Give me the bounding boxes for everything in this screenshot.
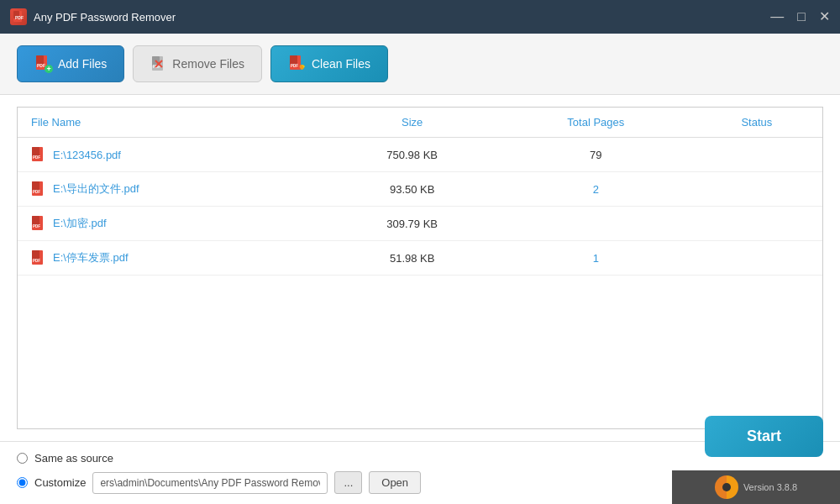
watermark-text: Version 3.8.8: [743, 482, 797, 492]
svg-text:PDF: PDF: [37, 63, 45, 68]
clean-files-label: Clean Files: [312, 57, 370, 71]
file-table: File Name Size Total Pages Status PDF E:…: [18, 108, 822, 276]
remove-files-label: Remove Files: [172, 57, 244, 71]
add-files-button[interactable]: PDF + Add Files: [17, 45, 124, 82]
col-size: Size: [323, 108, 500, 138]
customize-radio[interactable]: [17, 477, 28, 488]
path-input[interactable]: [92, 472, 328, 494]
add-files-icon: PDF +: [34, 55, 53, 73]
file-name-cell: PDF E:\停车发票.pdf: [18, 241, 323, 276]
file-name-text[interactable]: E:\123456.pdf: [53, 149, 121, 161]
file-table-container: File Name Size Total Pages Status PDF E:…: [17, 107, 823, 429]
svg-text:PDF: PDF: [33, 155, 40, 160]
customize-label[interactable]: Customize: [34, 476, 86, 489]
customize-row: Customize ... Open: [17, 471, 421, 494]
file-size-cell: 750.98 KB: [323, 138, 500, 172]
browse-button[interactable]: ...: [334, 471, 362, 494]
clean-files-button[interactable]: PDF Clean Files: [270, 45, 388, 82]
output-options: Same as source Customize ... Open: [17, 452, 421, 494]
pdf-file-icon: PDF: [31, 146, 46, 163]
pages-link[interactable]: 1: [593, 252, 599, 265]
title-bar-controls: — □ ✕: [770, 10, 830, 24]
file-pages-cell: 79: [501, 138, 691, 172]
file-name-cell: PDF E:\导出的文件.pdf: [18, 172, 323, 207]
pdf-file-icon: PDF: [31, 181, 46, 197]
svg-text:PDF: PDF: [33, 259, 40, 263]
file-pages-cell: [501, 207, 691, 241]
svg-text:PDF: PDF: [15, 15, 24, 20]
watermark-inner: Version 3.8.8: [715, 475, 797, 499]
same-as-source-radio[interactable]: [17, 453, 28, 464]
start-button[interactable]: Start: [705, 416, 823, 457]
maximize-button[interactable]: □: [797, 10, 806, 24]
file-status-cell: [691, 138, 822, 172]
clean-files-icon: PDF: [288, 55, 307, 73]
toolbar: PDF + Add Files PDF Remove Files PDF: [0, 34, 840, 95]
file-size-cell: 309.79 KB: [323, 207, 500, 241]
svg-text:PDF: PDF: [33, 224, 40, 228]
open-button[interactable]: Open: [369, 471, 421, 494]
watermark-logo-icon: [715, 475, 738, 499]
svg-text:PDF: PDF: [291, 64, 298, 68]
app-icon: PDF: [10, 8, 27, 25]
col-status: Status: [691, 108, 822, 138]
file-name-cell: PDF E:\加密.pdf: [18, 207, 323, 241]
file-status-cell: [691, 172, 822, 207]
col-pages: Total Pages: [501, 108, 691, 138]
add-files-label: Add Files: [58, 57, 107, 71]
minimize-button[interactable]: —: [770, 10, 784, 24]
svg-text:PDF: PDF: [33, 190, 40, 194]
title-bar: PDF Any PDF Password Remover — □ ✕: [0, 0, 840, 34]
col-filename: File Name: [18, 108, 323, 138]
file-name-text[interactable]: E:\加密.pdf: [53, 216, 107, 231]
file-size-cell: 93.50 KB: [323, 172, 500, 207]
table-header-row: File Name Size Total Pages Status: [18, 108, 822, 138]
main-content: PDF + Add Files PDF Remove Files PDF: [0, 34, 840, 504]
table-row: PDF E:\导出的文件.pdf 93.50 KB2: [18, 172, 822, 207]
watermark: Version 3.8.8: [672, 470, 840, 504]
table-row: PDF E:\123456.pdf 750.98 KB79: [18, 138, 822, 172]
same-as-source-row: Same as source: [17, 452, 421, 465]
file-name-text[interactable]: E:\停车发票.pdf: [53, 250, 129, 265]
file-name-text[interactable]: E:\导出的文件.pdf: [53, 181, 139, 197]
file-status-cell: [691, 241, 822, 276]
close-button[interactable]: ✕: [819, 10, 830, 24]
remove-files-icon: PDF: [150, 55, 167, 72]
file-size-cell: 51.98 KB: [323, 241, 500, 276]
file-name-cell: PDF E:\123456.pdf: [18, 138, 323, 172]
pdf-file-icon: PDF: [31, 249, 46, 266]
remove-files-button[interactable]: PDF Remove Files: [133, 45, 262, 82]
app-title: Any PDF Password Remover: [34, 11, 176, 24]
table-row: PDF E:\停车发票.pdf 51.98 KB1: [18, 241, 822, 276]
table-row: PDF E:\加密.pdf 309.79 KB: [18, 207, 822, 241]
file-status-cell: [691, 207, 822, 241]
file-pages-cell: 2: [501, 172, 691, 207]
title-bar-left: PDF Any PDF Password Remover: [10, 8, 176, 25]
file-pages-cell: 1: [501, 241, 691, 276]
svg-text:+: +: [47, 65, 51, 73]
pdf-file-icon: PDF: [31, 215, 46, 232]
pages-link[interactable]: 2: [593, 183, 599, 196]
same-as-source-label[interactable]: Same as source: [34, 452, 113, 465]
